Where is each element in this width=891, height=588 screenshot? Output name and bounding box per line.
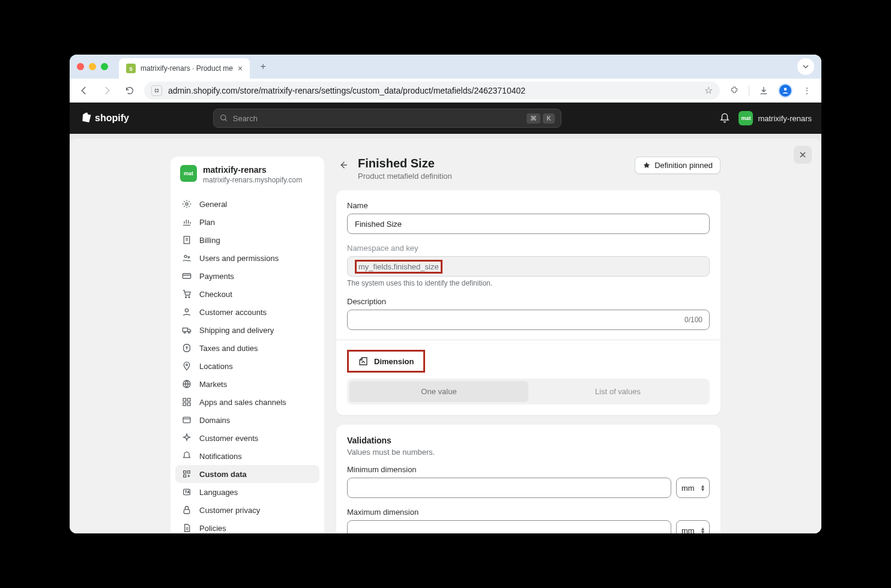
tab-close-icon[interactable]: × xyxy=(238,64,243,73)
person-icon xyxy=(181,307,192,317)
tab-dropdown-button[interactable] xyxy=(797,58,814,75)
min-unit-select[interactable]: mm ▴▾ xyxy=(676,478,710,498)
window-minimize[interactable] xyxy=(89,63,96,70)
logo-text: shopify xyxy=(95,113,129,124)
svg-rect-15 xyxy=(183,398,186,401)
svg-point-4 xyxy=(184,255,187,257)
site-settings-icon[interactable] xyxy=(151,85,162,96)
store-menu[interactable]: mat matrixify-renars xyxy=(738,111,812,125)
sidebar-item-custom-data[interactable]: Custom data xyxy=(175,465,319,483)
tab-list-values[interactable]: List of values xyxy=(528,381,707,402)
svg-point-13 xyxy=(186,364,188,366)
browser-menu-icon[interactable]: ⋮ xyxy=(799,82,815,99)
svg-point-9 xyxy=(185,309,188,312)
new-tab-button[interactable]: + xyxy=(255,58,271,75)
store-name: matrixify-renars xyxy=(758,114,812,123)
sidebar-item-general[interactable]: General xyxy=(175,195,319,213)
svg-point-7 xyxy=(186,296,187,298)
search-input[interactable]: Search ⌘ K xyxy=(213,109,561,128)
url-text: admin.shopify.com/store/matrixify-renars… xyxy=(168,86,698,95)
forward-button[interactable] xyxy=(98,82,115,99)
svg-rect-18 xyxy=(187,403,190,406)
chevron-updown-icon: ▴▾ xyxy=(701,484,704,491)
reload-button[interactable] xyxy=(121,82,138,99)
sidebar-item-taxes[interactable]: Taxes and duties xyxy=(175,339,319,357)
min-dimension-input[interactable] xyxy=(347,478,671,498)
sidebar-item-shipping[interactable]: Shipping and delivery xyxy=(175,321,319,339)
type-pill[interactable]: Dimension xyxy=(350,353,422,370)
sidebar-item-policies[interactable]: Policies xyxy=(175,519,319,533)
sidebar-item-customer-accounts[interactable]: Customer accounts xyxy=(175,303,319,321)
shopify-logo[interactable]: shopify xyxy=(79,112,129,125)
window-close[interactable] xyxy=(77,63,84,70)
dimension-icon xyxy=(358,356,368,366)
sidebar-item-customer-events[interactable]: Customer events xyxy=(175,429,319,447)
svg-rect-24 xyxy=(184,509,189,514)
svg-point-0 xyxy=(784,88,787,91)
description-count: 0/100 xyxy=(684,316,702,324)
description-label: Description xyxy=(347,297,710,306)
close-modal-button[interactable] xyxy=(794,146,812,164)
favicon-icon: s xyxy=(126,64,136,73)
traffic-lights xyxy=(77,63,108,70)
validations-card: Validations Values must be numbers. Mini… xyxy=(336,425,720,533)
definition-pinned-badge[interactable]: Definition pinned xyxy=(635,157,720,174)
spark-icon xyxy=(181,433,192,443)
svg-rect-19 xyxy=(183,417,190,422)
sidebar-item-languages[interactable]: Languages xyxy=(175,483,319,501)
grid-icon xyxy=(181,397,192,407)
search-placeholder: Search xyxy=(233,114,522,123)
svg-rect-6 xyxy=(183,274,190,278)
kbd-hint: ⌘ K xyxy=(527,113,554,124)
toolbar-divider xyxy=(749,85,749,96)
back-arrow-button[interactable] xyxy=(336,158,351,172)
window-maximize[interactable] xyxy=(101,63,108,70)
svg-rect-16 xyxy=(187,398,190,401)
sidebar-item-users[interactable]: Users and permissions xyxy=(175,249,319,267)
sidebar-item-payments[interactable]: Payments xyxy=(175,267,319,285)
sidebar-item-privacy[interactable]: Customer privacy xyxy=(175,501,319,519)
svg-rect-17 xyxy=(183,403,186,406)
page-title: Finished Size xyxy=(358,157,452,170)
sidebar-item-domains[interactable]: Domains xyxy=(175,411,319,429)
sidebar-item-checkout[interactable]: Checkout xyxy=(175,285,319,303)
domain-icon xyxy=(181,415,192,425)
language-icon xyxy=(181,487,192,497)
document-icon xyxy=(181,523,192,533)
settings-sidebar: mat matrixify-renars matrixify-renars.my… xyxy=(171,157,324,533)
gear-icon xyxy=(181,199,192,209)
money-icon xyxy=(181,343,192,353)
sidebar-item-apps[interactable]: Apps and sales channels xyxy=(175,393,319,411)
max-dimension-input[interactable] xyxy=(347,520,671,533)
sidebar-item-markets[interactable]: Markets xyxy=(175,375,319,393)
url-bar[interactable]: admin.shopify.com/store/matrixify-renars… xyxy=(144,82,720,100)
extensions-icon[interactable] xyxy=(726,82,743,99)
users-icon xyxy=(181,253,192,263)
svg-point-8 xyxy=(189,296,190,298)
card-icon xyxy=(181,271,192,281)
browser-tab[interactable]: s matrixify-renars · Product me × xyxy=(119,58,250,79)
namespace-input: my_fields.finished_size xyxy=(347,256,710,277)
sidebar-item-plan[interactable]: Plan xyxy=(175,213,319,231)
notifications-icon[interactable] xyxy=(719,113,730,124)
sidebar-item-billing[interactable]: Billing xyxy=(175,231,319,249)
svg-rect-10 xyxy=(183,328,187,332)
downloads-icon[interactable] xyxy=(755,82,772,99)
namespace-highlight: my_fields.finished_size xyxy=(355,260,442,274)
bookmark-icon[interactable]: ☆ xyxy=(704,85,713,96)
svg-rect-22 xyxy=(184,475,186,477)
browser-tab-bar: s matrixify-renars · Product me × + xyxy=(70,55,821,79)
type-highlight: Dimension xyxy=(347,350,425,373)
max-unit-select[interactable]: mm ▴▾ xyxy=(676,520,710,533)
profile-avatar[interactable] xyxy=(778,83,793,98)
lock-icon xyxy=(181,505,192,515)
back-button[interactable] xyxy=(76,82,92,99)
truck-icon xyxy=(181,325,192,335)
description-input[interactable] xyxy=(347,310,710,330)
svg-point-11 xyxy=(184,332,186,334)
sidebar-item-locations[interactable]: Locations xyxy=(175,357,319,375)
tab-one-value[interactable]: One value xyxy=(349,381,528,402)
sidebar-item-notifications[interactable]: Notifications xyxy=(175,447,319,465)
name-input[interactable] xyxy=(347,214,710,234)
definition-card: Name Namespace and key my_fields.finishe… xyxy=(336,190,720,415)
